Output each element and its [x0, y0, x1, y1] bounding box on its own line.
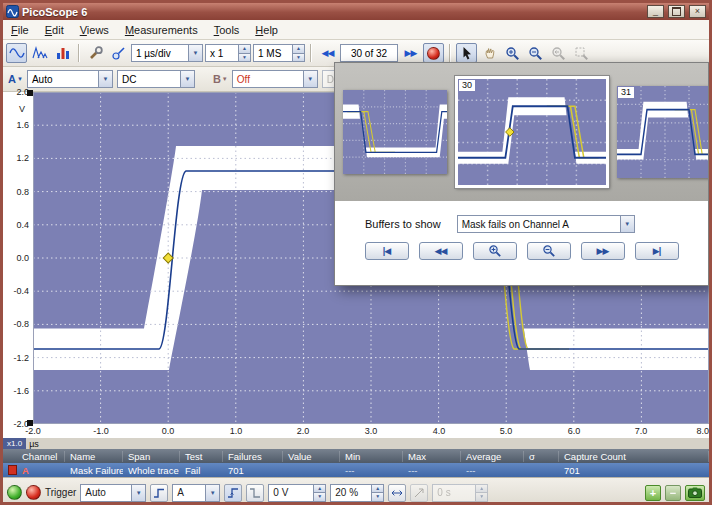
zoom-multiplier-spinner[interactable]: x 1 ▲▼ [205, 44, 251, 62]
next-buffer-button[interactable]: ▶▶ [581, 242, 625, 260]
pretrigger-mode-button[interactable] [388, 484, 406, 502]
zoom-in-buffers-button[interactable] [473, 242, 517, 260]
col-average: Average [461, 451, 524, 462]
last-buffer-button[interactable]: ▶| [635, 242, 679, 260]
spin-up-icon[interactable]: ▲ [293, 45, 304, 54]
zoom-in-tool-button[interactable] [502, 43, 523, 63]
toolbar-separator [310, 44, 312, 62]
zoom-in-icon [488, 244, 502, 258]
buffer-thumbnail-31[interactable]: 31 [617, 86, 708, 178]
spin-down-icon[interactable]: ▼ [372, 493, 383, 501]
buffer-overview-icon [427, 47, 440, 60]
spin-down-icon[interactable]: ▼ [293, 54, 304, 62]
y-axis-label: -1.2 [3, 353, 29, 363]
chevron-down-icon[interactable]: ▼ [188, 45, 202, 61]
menu-tools[interactable]: Tools [206, 22, 248, 38]
scope-view-button[interactable] [6, 43, 27, 63]
channel-setup-button[interactable] [85, 43, 106, 63]
rising-edge-button[interactable] [224, 484, 242, 502]
x-axis-label: 0.0 [162, 426, 175, 436]
close-button[interactable]: × [689, 5, 706, 18]
persistence-view-button[interactable] [52, 43, 73, 63]
channel-a-coupling-combo[interactable]: DC ▼ [117, 70, 195, 88]
spin-down-icon[interactable]: ▼ [239, 54, 250, 62]
window-title: PicoScope 6 [22, 6, 643, 18]
zoom-out-icon [542, 244, 556, 258]
previous-buffer-button[interactable]: ◀◀ [419, 242, 463, 260]
buffer-overview-button[interactable] [423, 43, 444, 63]
stop-capture-button[interactable] [26, 485, 41, 500]
thumbnail-waveform [343, 90, 447, 174]
y-axis-label: 0.8 [3, 187, 29, 197]
falling-edge-button[interactable] [246, 484, 264, 502]
trigger-source-combo[interactable]: A ▼ [172, 484, 220, 502]
spin-up-icon[interactable]: ▲ [239, 45, 250, 54]
zoom-out-tool-button[interactable] [525, 43, 546, 63]
cell-average: --- [461, 465, 524, 476]
y-axis-label: 0.0 [3, 253, 29, 263]
add-measurement-button[interactable]: + [645, 485, 661, 501]
timebase-combo[interactable]: 1 µs/div ▼ [131, 44, 203, 62]
chevron-down-icon[interactable]: ▼ [131, 485, 145, 501]
hand-tool-button[interactable] [479, 43, 500, 63]
measurement-row[interactable]: A Mask Failures Whole trace Fail 701 ---… [3, 463, 709, 477]
chevron-down-icon[interactable]: ▼ [303, 71, 317, 87]
probe-icon [111, 45, 127, 61]
menu-file[interactable]: File [3, 22, 37, 38]
holdoff-spinner[interactable]: 0 s ▲▼ [432, 484, 488, 502]
y-axis-label: 1.2 [3, 153, 29, 163]
snapshot-button[interactable] [685, 485, 705, 501]
menu-edit[interactable]: Edit [37, 22, 72, 38]
buffer-thumbnail-30-selected[interactable]: 30 [455, 76, 609, 188]
title-bar[interactable]: PicoScope 6 _ × [3, 3, 709, 20]
spin-up-icon[interactable]: ▲ [372, 485, 383, 494]
zoom-undo-button[interactable] [548, 43, 569, 63]
start-capture-button[interactable] [7, 485, 22, 500]
chevron-down-icon[interactable]: ▼ [620, 216, 634, 232]
channel-a-range-combo[interactable]: Auto ▼ [27, 70, 113, 88]
buffer-position-field[interactable] [340, 44, 398, 62]
minimize-button[interactable]: _ [647, 5, 664, 18]
buffer-next-button[interactable]: ▶▶ [400, 43, 421, 63]
menu-views[interactable]: Views [72, 22, 117, 38]
menu-measurements[interactable]: Measurements [117, 22, 206, 38]
spectrum-icon [32, 45, 48, 61]
first-buffer-button[interactable]: |◀ [365, 242, 409, 260]
probe-setup-button[interactable] [108, 43, 129, 63]
spin-down-icon: ▼ [476, 493, 487, 501]
chevron-down-icon[interactable]: ▼ [180, 71, 194, 87]
advanced-trigger-button[interactable] [150, 484, 168, 502]
chevron-down-icon[interactable]: ▼ [205, 485, 219, 501]
chevron-down-icon[interactable]: ▼ [98, 71, 112, 87]
fast-forward-icon: ▶▶ [597, 246, 609, 256]
buffer-prev-button[interactable]: ◀◀ [317, 43, 338, 63]
channel-a-chip[interactable]: A▼ [8, 73, 23, 85]
spin-down-icon[interactable]: ▼ [314, 493, 325, 501]
arrows-lr-icon [391, 487, 403, 499]
buffers-to-show-value: Mask fails on Channel A [458, 219, 620, 230]
buffers-to-show-combo[interactable]: Mask fails on Channel A ▼ [457, 215, 635, 233]
trigger-level-spinner[interactable]: 0 V ▲▼ [268, 484, 326, 502]
buffer-thumbnail-29[interactable] [343, 90, 447, 174]
restore-button[interactable] [668, 5, 685, 18]
menu-help[interactable]: Help [247, 22, 286, 38]
spectrum-view-button[interactable] [29, 43, 50, 63]
buffer-navigator-popup: 30 31 Buffers to show Mask fails on Chan… [334, 62, 709, 286]
camera-icon [688, 487, 702, 498]
remove-measurement-button[interactable]: − [665, 485, 681, 501]
zoom-full-button[interactable] [571, 43, 592, 63]
trigger-source-value: A [173, 487, 205, 498]
pretrigger-spinner[interactable]: 20 % ▲▼ [330, 484, 384, 502]
samples-spinner[interactable]: 1 MS ▲▼ [253, 44, 305, 62]
holdoff-mode-button[interactable] [410, 484, 428, 502]
bar-chart-icon [55, 45, 71, 61]
channel-b-range-combo[interactable]: Off ▼ [232, 70, 318, 88]
zoom-out-buffers-button[interactable] [527, 242, 571, 260]
cell-span: Whole trace [123, 465, 180, 476]
x-axis-label: 2.0 [297, 426, 310, 436]
pointer-tool-button[interactable] [456, 43, 477, 63]
trigger-mode-combo[interactable]: Auto ▼ [80, 484, 146, 502]
thumbnail-number: 31 [618, 87, 634, 98]
spin-up-icon[interactable]: ▲ [314, 485, 325, 494]
channel-b-chip[interactable]: B▼ [213, 73, 228, 85]
